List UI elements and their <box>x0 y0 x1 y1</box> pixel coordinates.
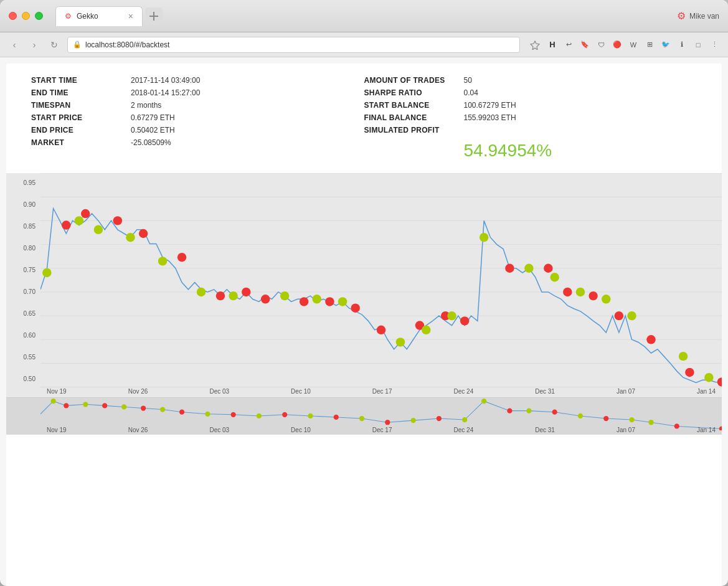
buy-dot <box>126 233 135 242</box>
buy-dot <box>75 216 83 225</box>
maximize-button[interactable] <box>35 12 43 20</box>
mini-x-label-6: Dec 31 <box>535 427 555 433</box>
market-row: MARKET -25.08509% <box>31 138 364 147</box>
minimize-button[interactable] <box>22 12 30 20</box>
end-price-value: 0.50402 ETH <box>131 126 175 135</box>
svg-point-41 <box>648 420 653 425</box>
y-label-6: 0.65 <box>11 310 35 317</box>
buy-dot <box>42 268 51 277</box>
extension-icon-6[interactable]: W <box>627 39 640 51</box>
timespan-value: 2 months <box>131 101 161 110</box>
y-label-7: 0.60 <box>11 332 35 339</box>
tab-close-icon[interactable]: × <box>128 12 133 21</box>
simulated-profit-value: 54.94954% <box>464 141 697 161</box>
svg-point-35 <box>410 418 415 423</box>
svg-point-15 <box>141 405 146 410</box>
svg-point-34 <box>359 416 364 421</box>
final-balance-row: FINAL BALANCE 155.99203 ETH <box>364 113 697 122</box>
extension-icon-9[interactable]: ℹ <box>676 39 688 51</box>
traffic-lights <box>9 12 43 20</box>
svg-marker-2 <box>531 41 539 50</box>
start-balance-label: START BALANCE <box>364 101 464 110</box>
mini-price-line <box>40 401 722 428</box>
end-price-label: END PRICE <box>31 126 131 135</box>
extension-icon-3[interactable]: 🔖 <box>579 39 591 51</box>
sell-dot <box>325 297 334 306</box>
x-label-2: Dec 03 <box>209 388 229 395</box>
sell-dot <box>81 209 90 218</box>
refresh-button[interactable]: ↻ <box>47 38 61 52</box>
extension-icon-2[interactable]: ↩ <box>562 39 575 51</box>
simulated-profit-label: SIMULATED PROFIT <box>364 126 464 135</box>
new-tab-button[interactable] <box>145 7 163 25</box>
x-label-1: Nov 26 <box>128 388 148 395</box>
svg-point-19 <box>334 415 339 420</box>
sell-dot <box>460 316 469 325</box>
end-price-row: END PRICE 0.50402 ETH <box>31 126 364 135</box>
sell-dot <box>177 253 186 262</box>
svg-point-13 <box>64 403 69 408</box>
sell-dot <box>139 229 148 238</box>
svg-point-32 <box>257 414 262 418</box>
buy-dot <box>313 295 321 303</box>
svg-point-17 <box>230 412 235 417</box>
buy-dot <box>704 373 713 382</box>
extension-icon-10[interactable]: □ <box>692 39 704 51</box>
mini-chart[interactable]: Nov 19 Nov 26 Dec 03 Dec 10 Dec 17 Dec 2… <box>6 397 722 435</box>
address-input[interactable]: 🔒 localhost:8080/#/backtest <box>67 37 520 53</box>
svg-point-22 <box>507 409 512 414</box>
sharpe-ratio-row: SHARPE RATIO 0.04 <box>364 88 697 97</box>
stats-panel: START TIME 2017-11-14 03:49:00 END TIME … <box>6 64 722 173</box>
y-label-5: 0.70 <box>11 288 35 295</box>
svg-point-24 <box>603 416 608 421</box>
extension-h-icon[interactable]: H <box>546 39 559 51</box>
tab-favicon: ⚙ <box>65 12 72 21</box>
buy-dot <box>447 311 456 320</box>
svg-rect-1 <box>153 12 154 21</box>
svg-point-33 <box>308 414 313 418</box>
buy-dot <box>627 311 636 320</box>
svg-point-27 <box>51 399 56 404</box>
forward-button[interactable]: › <box>27 38 41 52</box>
x-label-3: Dec 10 <box>291 388 311 395</box>
timespan-label: TIMESPAN <box>31 101 131 110</box>
end-time-value: 2018-01-14 15:27:00 <box>131 88 200 97</box>
buy-dot <box>679 352 688 361</box>
x-label-4: Dec 17 <box>372 388 392 395</box>
back-button[interactable]: ‹ <box>7 38 21 52</box>
extension-icon-4[interactable]: 🛡 <box>595 39 607 51</box>
timespan-row: TIMESPAN 2 months <box>31 101 364 110</box>
sell-dot <box>377 326 385 334</box>
close-button[interactable] <box>9 12 17 20</box>
final-balance-label: FINAL BALANCE <box>364 113 464 122</box>
extension-icon-7[interactable]: ⊞ <box>643 39 656 51</box>
active-tab[interactable]: ⚙ Gekko × <box>55 6 143 26</box>
svg-point-39 <box>578 414 583 418</box>
menu-icon[interactable]: ⋮ <box>708 39 721 51</box>
mini-x-label-7: Jan 07 <box>617 427 635 433</box>
svg-point-36 <box>462 417 467 422</box>
start-time-value: 2017-11-14 03:49:00 <box>131 76 200 85</box>
tab-bar: ⚙ Gekko × <box>55 0 163 32</box>
extension-icon-8[interactable]: 🐦 <box>659 39 672 51</box>
start-price-row: START PRICE 0.67279 ETH <box>31 113 364 122</box>
sell-dot <box>685 368 694 377</box>
x-axis: Nov 19 Nov 26 Dec 03 Dec 10 Dec 17 Dec 2… <box>40 388 722 395</box>
extension-icon-5[interactable]: 🔴 <box>611 39 623 51</box>
address-bar: ‹ › ↻ 🔒 localhost:8080/#/backtest H ↩ 🔖 … <box>0 32 728 57</box>
y-label-2: 0.85 <box>11 223 35 230</box>
title-bar: ⚙ Gekko × ⚙ Mike van <box>0 0 728 32</box>
sell-dot <box>62 220 70 229</box>
sell-dot <box>589 291 597 300</box>
tab-title: Gekko <box>77 12 98 21</box>
start-time-label: START TIME <box>31 76 131 85</box>
buy-dot <box>229 291 237 300</box>
svg-point-16 <box>179 410 184 415</box>
buy-dot <box>576 288 585 296</box>
sell-dot <box>717 377 722 386</box>
sell-dot <box>261 295 270 303</box>
url-text: localhost:8080/#/backtest <box>85 40 169 49</box>
y-label-3: 0.80 <box>11 245 35 252</box>
bookmark-icon[interactable] <box>530 40 540 50</box>
end-time-label: END TIME <box>31 88 131 97</box>
